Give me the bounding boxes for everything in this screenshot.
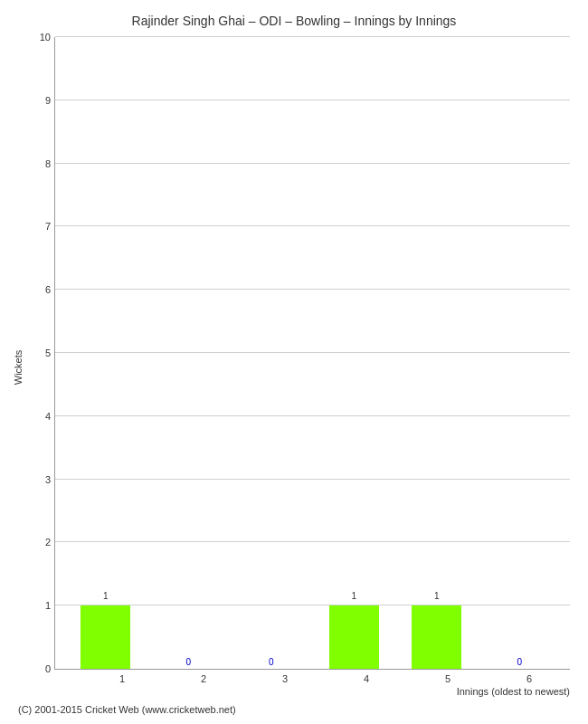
y-tick-label: 5: [45, 348, 51, 358]
y-tick-label: 10: [40, 32, 51, 43]
x-tick-label: 5: [407, 673, 488, 684]
y-tick-label: 0: [45, 663, 51, 674]
bar-group: 1: [313, 37, 396, 669]
y-tick-label: 2: [45, 537, 51, 548]
x-tick-label: 6: [488, 673, 570, 684]
x-axis-title: Innings (oldest to newest): [27, 686, 570, 697]
y-axis-label-container: Wickets: [9, 37, 27, 697]
y-tick-label: 9: [45, 95, 51, 106]
bar-value-label: 1: [81, 591, 130, 601]
bar: 1: [329, 605, 379, 669]
x-tick-label: 2: [163, 673, 244, 684]
grid-and-bars: 012345678910 100110: [54, 37, 570, 670]
bar-group: 1: [395, 37, 479, 669]
bars-container: 100110: [55, 37, 570, 669]
chart-title: Rajinder Singh Ghai – ODI – Bowling – In…: [132, 14, 457, 28]
bar-group: 0: [147, 37, 231, 669]
bar-group: 0: [479, 37, 562, 669]
y-tick-label: 6: [45, 284, 51, 295]
y-tick-label: 8: [45, 158, 51, 169]
bar-zero-label: 0: [147, 657, 231, 667]
x-tick-label: 3: [244, 673, 326, 684]
bar: 1: [81, 605, 130, 669]
y-tick-label: 3: [45, 474, 51, 485]
bar-group: 0: [230, 37, 313, 669]
bar-zero-label: 0: [230, 657, 313, 667]
bar-group: 1: [64, 37, 147, 669]
bar-value-label: 1: [329, 591, 379, 601]
chart-container: Rajinder Singh Ghai – ODI – Bowling – In…: [0, 0, 588, 724]
bar-value-label: 1: [412, 591, 461, 601]
y-tick-label: 4: [45, 411, 51, 422]
x-tick-label: 1: [81, 673, 163, 684]
plot-area: 012345678910 100110 123456 Innings (olde…: [27, 37, 579, 697]
y-tick-label: 1: [45, 600, 51, 611]
bar: 1: [412, 605, 461, 669]
x-axis-container: 123456: [81, 670, 570, 684]
y-tick-label: 7: [45, 221, 51, 232]
chart-area: Wickets 012345678910 100110 123456 Innin…: [9, 37, 579, 697]
bar-zero-label: 0: [479, 657, 562, 667]
y-axis-label: Wickets: [13, 349, 24, 385]
footer: (C) 2001-2015 Cricket Web (www.cricketwe…: [9, 704, 579, 715]
x-tick-label: 4: [326, 673, 407, 684]
